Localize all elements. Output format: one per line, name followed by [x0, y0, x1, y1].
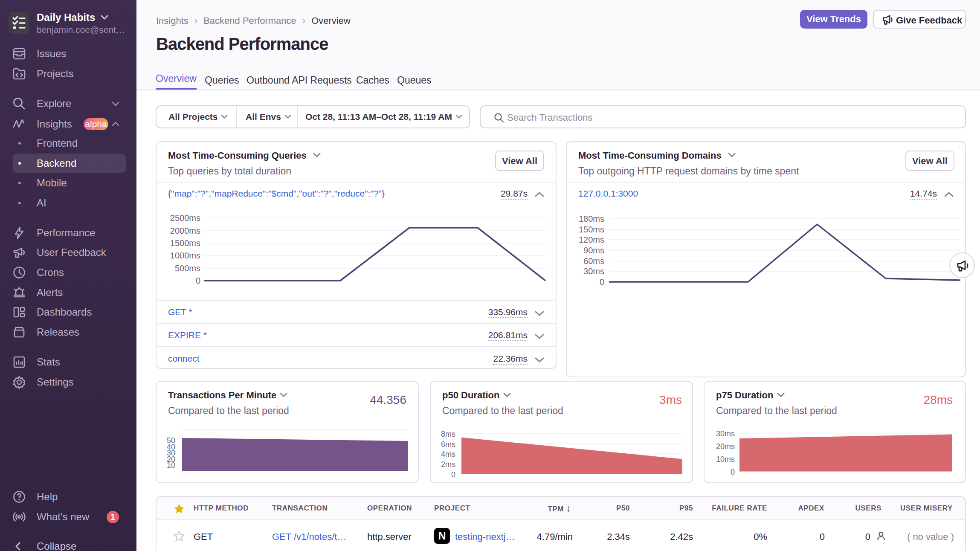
svg-text:60ms: 60ms [583, 256, 604, 266]
svg-text:6ms: 6ms [441, 440, 455, 449]
svg-text:90ms: 90ms [583, 246, 604, 255]
svg-text:2ms: 2ms [441, 460, 455, 469]
svg-text:10: 10 [167, 461, 175, 470]
svg-text:0: 0 [196, 276, 200, 285]
svg-text:4ms: 4ms [441, 450, 455, 458]
svg-text:30ms: 30ms [716, 429, 735, 438]
svg-text:20ms: 20ms [716, 442, 735, 451]
svg-text:1000ms: 1000ms [170, 251, 200, 260]
svg-text:180ms: 180ms [579, 214, 604, 223]
svg-text:500ms: 500ms [175, 264, 200, 273]
svg-text:2500ms: 2500ms [170, 213, 200, 223]
svg-text:1500ms: 1500ms [170, 238, 200, 248]
svg-text:150ms: 150ms [579, 225, 604, 234]
svg-text:0: 0 [731, 468, 735, 476]
svg-text:30ms: 30ms [583, 267, 604, 276]
svg-text:8ms: 8ms [441, 430, 455, 438]
svg-text:10ms: 10ms [716, 455, 735, 464]
svg-text:0: 0 [451, 470, 455, 478]
svg-text:120ms: 120ms [579, 235, 604, 244]
svg-text:2000ms: 2000ms [170, 226, 200, 235]
svg-text:0: 0 [600, 277, 604, 287]
